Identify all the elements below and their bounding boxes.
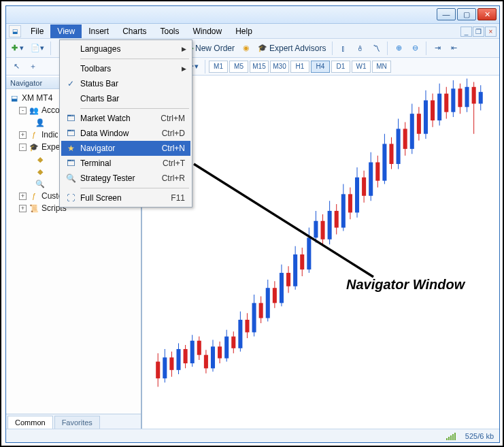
menu-label: Navigator xyxy=(80,144,115,153)
crosshair-button[interactable]: ＋ xyxy=(25,59,40,74)
indicators-icon: ƒ xyxy=(29,130,39,139)
menu-market-watch[interactable]: 🗔 Market Watch Ctrl+M xyxy=(61,111,190,126)
zoom-out-button[interactable]: ⊖ xyxy=(407,41,422,56)
menu-window[interactable]: Window xyxy=(186,24,229,38)
timeframe-m5[interactable]: M5 xyxy=(229,61,248,73)
svg-rect-93 xyxy=(472,87,476,104)
minimize-button[interactable]: — xyxy=(437,8,456,20)
svg-rect-39 xyxy=(286,273,290,286)
menu-label: Full Screen xyxy=(80,193,122,203)
child-close-button[interactable]: × xyxy=(485,27,497,37)
expander-icon[interactable]: + xyxy=(19,193,27,200)
svg-rect-47 xyxy=(314,221,318,238)
menu-charts[interactable]: Charts xyxy=(116,24,153,38)
svg-rect-81 xyxy=(431,100,435,120)
tab-favorites[interactable]: Favorites xyxy=(54,416,100,429)
svg-rect-85 xyxy=(444,94,448,112)
menu-toolbars[interactable]: Toolbars ▶ xyxy=(61,61,190,76)
svg-rect-65 xyxy=(375,163,380,181)
status-kb: 525/6 kb xyxy=(465,432,494,440)
svg-rect-55 xyxy=(341,194,346,227)
tree-label: Expert Advisors xyxy=(41,142,59,152)
menu-file[interactable]: File xyxy=(24,24,50,38)
titlebar: — ▢ ✕ xyxy=(6,6,499,24)
shift-button[interactable]: ⇤ xyxy=(446,41,461,56)
svg-rect-61 xyxy=(362,178,366,196)
svg-rect-67 xyxy=(382,144,386,180)
menu-label: Market Watch xyxy=(80,114,131,123)
svg-rect-79 xyxy=(424,100,428,133)
candle-chart-button[interactable]: 🕯 xyxy=(352,41,367,56)
svg-rect-31 xyxy=(259,303,263,318)
svg-rect-75 xyxy=(410,114,414,149)
menu-status-bar[interactable]: ✓ Status Bar xyxy=(61,76,190,91)
menu-charts-bar[interactable]: Charts Bar xyxy=(61,91,190,106)
expander-icon[interactable]: + xyxy=(19,205,27,212)
experts-icon: 🎓 xyxy=(29,142,39,152)
zoom-in-button[interactable]: ⊕ xyxy=(391,41,406,56)
navigator-icon: ★ xyxy=(65,144,77,153)
svg-rect-73 xyxy=(403,129,407,149)
svg-rect-21 xyxy=(224,337,229,359)
fullscreen-icon: ⛶ xyxy=(65,193,77,203)
menu-navigator[interactable]: ★ Navigator Ctrl+N xyxy=(61,141,190,156)
strategy-tester-icon: 🔍 xyxy=(65,173,77,183)
svg-rect-9 xyxy=(184,349,188,363)
shortcut-label: Ctrl+N xyxy=(162,144,185,153)
chevron-right-icon: ▶ xyxy=(182,65,186,72)
chart-area[interactable] xyxy=(142,77,499,429)
autotrading-button[interactable]: ◉ xyxy=(239,41,254,56)
child-restore-button[interactable]: ❐ xyxy=(473,27,484,37)
svg-rect-15 xyxy=(204,355,208,369)
svg-rect-19 xyxy=(218,346,222,358)
data-window-icon: 🗔 xyxy=(65,129,77,138)
child-minimize-button[interactable]: _ xyxy=(460,27,472,37)
timeframe-m30[interactable]: M30 xyxy=(270,61,289,73)
menu-tools[interactable]: Tools xyxy=(154,24,186,38)
menu-label: Toolbars xyxy=(80,64,111,73)
menu-languages[interactable]: Languages ▶ xyxy=(61,42,190,56)
maximize-button[interactable]: ▢ xyxy=(457,8,476,20)
expander-icon[interactable]: + xyxy=(19,131,27,139)
bar-chart-button[interactable]: ⫿ xyxy=(336,41,351,56)
menu-full-screen[interactable]: ⛶ Full Screen F11 xyxy=(61,191,190,205)
candlestick-chart xyxy=(142,77,499,429)
timeframe-d1[interactable]: D1 xyxy=(331,61,350,73)
menu-help[interactable]: Help xyxy=(229,24,259,38)
tree-label: Indicators xyxy=(41,130,58,139)
timeframe-mn[interactable]: MN xyxy=(372,61,391,73)
menu-insert[interactable]: Insert xyxy=(82,24,116,38)
timeframe-m15[interactable]: M15 xyxy=(250,61,269,73)
expert-advisors-button[interactable]: 🎓Expert Advisors xyxy=(255,41,329,56)
expert-icon: ◆ xyxy=(35,167,46,176)
svg-rect-25 xyxy=(238,320,242,348)
cursor-button[interactable]: ↖ xyxy=(9,59,24,74)
tab-common[interactable]: Common xyxy=(7,416,53,429)
expander-icon[interactable]: - xyxy=(19,144,27,151)
svg-rect-91 xyxy=(465,87,469,107)
close-button[interactable]: ✕ xyxy=(477,8,497,20)
profiles-button[interactable]: 📄▾ xyxy=(28,41,47,56)
timeframe-h4[interactable]: H4 xyxy=(311,61,330,73)
menu-strategy-tester[interactable]: 🔍 Strategy Tester Ctrl+R xyxy=(61,171,190,186)
shortcut-label: Ctrl+T xyxy=(163,159,185,168)
line-chart-button[interactable]: 〽 xyxy=(369,41,384,56)
svg-rect-63 xyxy=(369,163,373,196)
timeframe-w1[interactable]: W1 xyxy=(352,61,371,73)
custom-icon: ƒ xyxy=(29,191,39,201)
menu-data-window[interactable]: 🗔 Data Window Ctrl+D xyxy=(61,126,190,141)
timeframe-h1[interactable]: H1 xyxy=(290,61,309,73)
new-order-button[interactable]: ◆New Order xyxy=(185,41,237,56)
new-chart-button[interactable]: ✚▾ xyxy=(9,41,27,56)
expander-icon[interactable]: - xyxy=(19,107,27,114)
menu-view[interactable]: View xyxy=(50,24,82,38)
svg-rect-27 xyxy=(245,320,249,332)
autoscroll-button[interactable]: ⇥ xyxy=(430,41,445,56)
menu-terminal[interactable]: 🗔 Terminal Ctrl+T xyxy=(61,156,190,171)
svg-rect-33 xyxy=(266,288,270,318)
svg-rect-57 xyxy=(348,194,352,212)
terminal-icon: 🗔 xyxy=(65,159,77,168)
svg-rect-89 xyxy=(458,88,462,107)
svg-rect-45 xyxy=(307,237,311,269)
timeframe-m1[interactable]: M1 xyxy=(209,61,228,73)
